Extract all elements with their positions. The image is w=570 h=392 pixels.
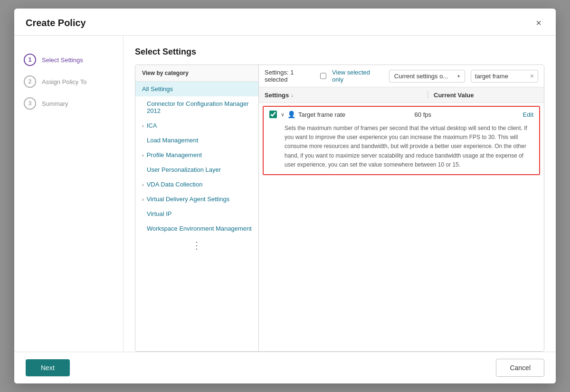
settings-count: Settings: 1 selected	[265, 69, 313, 83]
category-vda-data[interactable]: › VDA Data Collection	[135, 177, 258, 192]
create-policy-modal: Create Policy × 1 Select Settings 2 Assi…	[14, 9, 556, 383]
settings-right: Settings: 1 selected View selected only …	[259, 65, 544, 351]
settings-toolbar: Settings: 1 selected View selected only …	[259, 65, 544, 87]
step-3-circle: 3	[24, 97, 36, 110]
setting-row-highlighted: ∨ 👤 Target frame rate 60 fps Edit Sets t…	[263, 106, 540, 175]
category-workspace-env[interactable]: Workspace Environment Management	[135, 221, 258, 236]
col-current-value-header: Current Value	[434, 92, 538, 99]
setting-name: Target frame rate	[298, 111, 415, 118]
dropdown-label: Current settings o...	[394, 73, 448, 80]
category-panel: View by category All Settings Connector …	[135, 65, 259, 236]
col-settings-header: Settings ↓	[265, 92, 422, 99]
category-load-management[interactable]: Load Management	[135, 133, 258, 148]
view-selected-label[interactable]: View selected only	[332, 69, 378, 83]
ica-label: ICA	[147, 122, 157, 129]
modal-title: Create Policy	[26, 18, 86, 28]
category-connector[interactable]: Connector for Configuration Manager 2012	[135, 96, 258, 118]
load-management-label: Load Management	[147, 137, 198, 144]
content-area: Select Settings View by category All Set…	[124, 36, 556, 352]
setting-value: 60 fps	[415, 111, 519, 118]
all-settings-label: All Settings	[142, 85, 173, 93]
edit-link[interactable]: Edit	[519, 111, 533, 118]
category-ica[interactable]: › ICA	[135, 118, 258, 133]
cancel-button[interactable]: Cancel	[496, 359, 544, 377]
settings-list: ∨ 👤 Target frame rate 60 fps Edit Sets t…	[259, 103, 544, 351]
step-1-label: Select Settings	[42, 56, 83, 64]
category-panel-header: View by category	[135, 65, 258, 82]
virtual-ip-label: Virtual IP	[147, 210, 172, 217]
next-button[interactable]: Next	[26, 359, 70, 376]
table-header: Settings ↓ Current Value	[259, 87, 544, 103]
category-virtual-ip[interactable]: Virtual IP	[135, 206, 258, 221]
setting-row-checkbox[interactable]	[269, 111, 277, 118]
search-clear-icon[interactable]: ×	[530, 73, 534, 79]
connector-label: Connector for Configuration Manager 2012	[147, 100, 252, 114]
setting-row: ∨ 👤 Target frame rate 60 fps Edit	[264, 107, 539, 122]
modal-footer: Next Cancel	[14, 352, 556, 383]
step-2-assign-policy[interactable]: 2 Assign Policy To	[14, 71, 123, 93]
step-1-circle: 1	[24, 54, 36, 66]
virtual-delivery-expand-icon: ›	[142, 196, 144, 202]
three-dots-menu[interactable]: ⋮	[135, 236, 258, 255]
close-button[interactable]: ×	[533, 17, 544, 28]
category-user-personalization[interactable]: User Personalization Layer	[135, 162, 258, 177]
step-3-summary[interactable]: 3 Summary	[14, 93, 123, 114]
user-personalization-label: User Personalization Layer	[147, 166, 221, 173]
setting-description: Sets the maximum number of frames per se…	[264, 122, 539, 174]
sort-icon[interactable]: ↓	[291, 92, 294, 98]
modal-body: 1 Select Settings 2 Assign Policy To 3 S…	[14, 36, 556, 352]
setting-expand-arrow[interactable]: ∨	[281, 112, 285, 118]
profile-management-label: Profile Management	[147, 151, 202, 159]
step-3-label: Summary	[42, 100, 68, 107]
step-2-label: Assign Policy To	[42, 78, 86, 85]
step-1-select-settings[interactable]: 1 Select Settings	[14, 49, 123, 71]
virtual-delivery-label: Virtual Delivery Agent Settings	[147, 196, 230, 203]
workspace-env-label: Workspace Environment Management	[147, 225, 252, 232]
modal-header: Create Policy ×	[14, 9, 556, 36]
user-icon: 👤	[287, 111, 295, 118]
category-virtual-delivery[interactable]: › Virtual Delivery Agent Settings	[135, 192, 258, 206]
vda-data-label: VDA Data Collection	[147, 181, 203, 188]
settings-panel: View by category All Settings Connector …	[135, 65, 544, 352]
steps-sidebar: 1 Select Settings 2 Assign Policy To 3 S…	[14, 36, 124, 352]
search-input[interactable]	[475, 73, 527, 80]
step-2-circle: 2	[24, 75, 36, 88]
content-title: Select Settings	[135, 47, 544, 57]
view-selected-checkbox[interactable]	[320, 73, 326, 79]
vda-data-expand-icon: ›	[142, 182, 144, 187]
profile-mgmt-expand-icon: ›	[142, 152, 144, 158]
search-box: ×	[471, 70, 538, 83]
category-profile-management[interactable]: › Profile Management	[135, 148, 258, 162]
col-divider	[428, 91, 428, 99]
category-all-settings[interactable]: All Settings	[135, 82, 258, 96]
chevron-down-icon: ▾	[457, 74, 460, 79]
current-settings-dropdown[interactable]: Current settings o... ▾	[389, 70, 465, 83]
ica-expand-icon: ›	[142, 123, 144, 129]
